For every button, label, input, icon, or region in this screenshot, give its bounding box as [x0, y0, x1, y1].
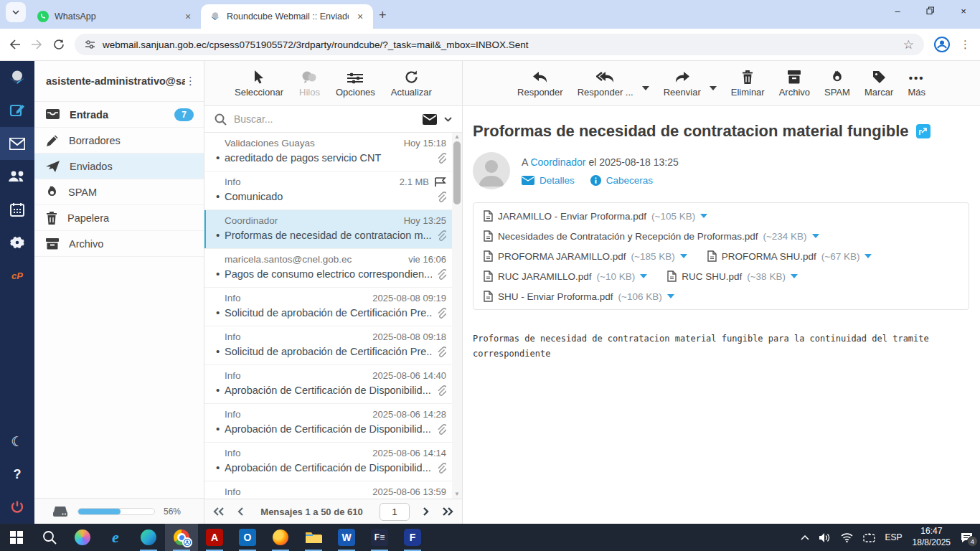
- settings-nav-button[interactable]: [0, 226, 34, 259]
- search-options-chevron-icon[interactable]: [444, 117, 452, 122]
- internet-explorer-button[interactable]: e: [99, 524, 132, 551]
- archive-button[interactable]: Archivo: [779, 70, 810, 98]
- spam-button[interactable]: SPAM: [824, 70, 850, 98]
- reply-all-button[interactable]: Responder ...: [578, 70, 633, 98]
- profile-icon[interactable]: [934, 37, 950, 52]
- headers-toggle[interactable]: Cabeceras: [590, 175, 653, 186]
- forward-icon[interactable]: [31, 39, 43, 50]
- clock[interactable]: 16:47 18/8/2025: [913, 526, 951, 548]
- volume-icon[interactable]: [819, 533, 831, 542]
- folder-borradores[interactable]: Borradores: [34, 128, 204, 154]
- reply-all-caret-icon[interactable]: [642, 86, 649, 90]
- attachment-menu-icon[interactable]: [640, 274, 647, 278]
- attachment-item[interactable]: Necesidades de Contratación y Recepción …: [484, 226, 819, 246]
- attachment-menu-icon[interactable]: [700, 214, 707, 218]
- attachment-menu-icon[interactable]: [791, 274, 798, 278]
- refresh-list-button[interactable]: Actualizar: [391, 70, 432, 98]
- attachment-menu-icon[interactable]: [680, 254, 687, 258]
- mark-button[interactable]: Marcar: [864, 70, 893, 98]
- dark-mode-button[interactable]: ☾: [0, 425, 34, 458]
- tab-close-icon[interactable]: ×: [354, 11, 366, 22]
- bookmark-star-icon[interactable]: ☆: [903, 37, 914, 52]
- copilot-button[interactable]: [66, 524, 99, 551]
- message-row[interactable]: Validaciones GuayasHoy 15:18 •acreditado…: [204, 133, 452, 171]
- message-row[interactable]: maricela.santos@cnel.gob.ecvie 16:06 •Pa…: [204, 249, 452, 288]
- last-page-icon[interactable]: [442, 507, 453, 516]
- acrobat-button[interactable]: A: [198, 524, 231, 551]
- forticlient-button[interactable]: F≡: [363, 524, 396, 551]
- help-button[interactable]: ?: [0, 458, 34, 491]
- message-row[interactable]: Info2025-08-06 14:40 •Aprobación de Cert…: [204, 365, 452, 404]
- message-row-selected[interactable]: CoordinadorHoy 13:25 •Proformas de neces…: [204, 210, 452, 249]
- meet-now-icon[interactable]: [863, 533, 875, 542]
- attachment-item[interactable]: SHU - Enviar Proforma.pdf (~106 KB): [484, 286, 674, 306]
- mail-nav-button[interactable]: [0, 127, 34, 160]
- compose-button[interactable]: [0, 94, 34, 127]
- message-row[interactable]: Info2025-08-08 09:19 •Solicitud de aprob…: [204, 288, 452, 326]
- window-minimize-button[interactable]: –: [881, 0, 914, 22]
- folder-enviados[interactable]: Enviados: [34, 154, 204, 179]
- firefox-button[interactable]: [264, 524, 297, 551]
- scroll-down-icon[interactable]: ▼: [452, 490, 462, 499]
- search-bar[interactable]: Buscar...: [204, 106, 462, 133]
- first-page-icon[interactable]: [213, 507, 225, 516]
- page-input[interactable]: 1: [380, 503, 410, 521]
- list-scrollbar[interactable]: ▲ ▼: [452, 133, 462, 499]
- details-toggle[interactable]: Detalles: [522, 175, 575, 186]
- attachment-item[interactable]: RUC JARAMILLO.pdf (~10 KB): [484, 266, 647, 286]
- tab-roundcube[interactable]: Roundcube Webmail :: Enviados ×: [201, 4, 373, 29]
- message-row[interactable]: Info2025-08-06 13:59: [204, 481, 452, 499]
- window-close-button[interactable]: ×: [947, 0, 980, 22]
- delete-button[interactable]: Eliminar: [731, 70, 765, 98]
- attachment-menu-icon[interactable]: [812, 234, 819, 238]
- site-controls-icon[interactable]: [85, 39, 95, 50]
- tab-close-icon[interactable]: ×: [182, 11, 194, 22]
- foxit-button[interactable]: F: [396, 524, 429, 551]
- forward-caret-icon[interactable]: [710, 86, 717, 90]
- options-button[interactable]: Opciones: [336, 70, 375, 98]
- open-in-new-window-icon[interactable]: [916, 124, 930, 138]
- message-row[interactable]: Info2025-08-06 14:28 •Aprobación de Cert…: [204, 404, 452, 443]
- attachment-item[interactable]: PROFORMA SHU.pdf (~67 KB): [707, 246, 872, 266]
- attachment-menu-icon[interactable]: [667, 294, 674, 298]
- attachment-item[interactable]: PROFORMA JARAMILLO.pdf (~185 KB): [484, 246, 687, 266]
- folder-spam[interactable]: SPAM: [34, 179, 204, 205]
- notification-center-button[interactable]: 4: [961, 532, 973, 543]
- chrome-button[interactable]: [165, 524, 198, 551]
- forward-button[interactable]: Reenviar: [664, 70, 701, 98]
- cpanel-nav-button[interactable]: cP: [0, 259, 34, 292]
- tray-expand-icon[interactable]: [801, 535, 809, 540]
- outlook-button[interactable]: O: [231, 524, 264, 551]
- taskbar-search-button[interactable]: [33, 524, 66, 551]
- start-button[interactable]: [0, 524, 33, 551]
- reply-button[interactable]: Responder: [517, 70, 563, 98]
- account-menu-icon[interactable]: ⋮: [185, 75, 197, 88]
- scrollbar-thumb[interactable]: [453, 141, 461, 204]
- folder-papelera[interactable]: Papelera: [34, 205, 204, 231]
- contacts-nav-button[interactable]: [0, 160, 34, 193]
- next-page-icon[interactable]: [423, 507, 429, 516]
- new-tab-button[interactable]: +: [379, 8, 387, 23]
- language-indicator[interactable]: ESP: [885, 532, 903, 542]
- attachment-menu-icon[interactable]: [864, 254, 872, 258]
- tab-whatsapp[interactable]: WhatsApp ×: [29, 4, 201, 29]
- back-icon[interactable]: [9, 39, 21, 50]
- calendar-nav-button[interactable]: [0, 193, 34, 226]
- folder-archivo[interactable]: Archivo: [34, 231, 204, 257]
- scroll-up-icon[interactable]: ▲: [452, 133, 462, 141]
- message-row[interactable]: Info2.1 MB •Comunicado: [204, 171, 452, 210]
- browser-menu-icon[interactable]: ⋮: [960, 38, 971, 51]
- refresh-icon[interactable]: [53, 39, 65, 50]
- word-button[interactable]: W: [330, 524, 363, 551]
- attachment-item[interactable]: JARAMILLO - Enviar Proforma.pdf (~105 KB…: [484, 206, 707, 226]
- window-restore-button[interactable]: [914, 0, 947, 22]
- message-row[interactable]: Info2025-08-06 14:14 •Aprobación de Cert…: [204, 443, 452, 481]
- attachment-item[interactable]: RUC SHU.pdf (~38 KB): [667, 266, 798, 286]
- threads-button[interactable]: Hilos: [299, 70, 320, 98]
- url-bar[interactable]: webmail.sanjuan.gob.ec/cpsess0751905572/…: [75, 34, 924, 55]
- more-button[interactable]: ••• Más: [908, 70, 925, 98]
- tab-search-button[interactable]: [6, 2, 26, 22]
- wifi-icon[interactable]: [841, 533, 853, 542]
- message-row[interactable]: Info2025-08-08 09:18 •Solicitud de aprob…: [204, 326, 452, 365]
- file-explorer-button[interactable]: [297, 524, 330, 551]
